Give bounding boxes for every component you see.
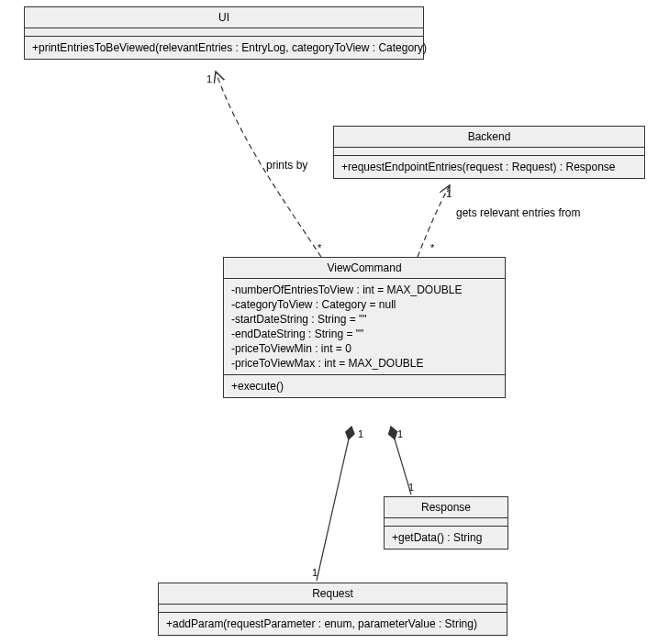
class-backend: Backend +requestEndpointEntries(request …	[333, 126, 645, 179]
mult-ui-one: 1	[206, 73, 212, 84]
class-methods: +requestEndpointEntries(request : Reques…	[334, 156, 644, 178]
mult-vc-star-ui: *	[318, 242, 321, 253]
label-prints-by: prints by	[266, 159, 307, 172]
class-title: ViewCommand	[224, 258, 505, 279]
method-line: +printEntriesToBeViewed(relevantEntries …	[32, 40, 416, 55]
mult-response-one: 1	[408, 482, 414, 493]
class-methods: +execute()	[224, 375, 505, 397]
class-methods: +printEntriesToBeViewed(relevantEntries …	[25, 37, 423, 59]
method-line: +requestEndpointEntries(request : Reques…	[341, 160, 637, 174]
label-gets-entries: gets relevant entries from	[456, 206, 580, 219]
class-request: Request +addParam(requestParameter : enu…	[158, 583, 507, 636]
attr-line: -numberOfEntriesToView : int = MAX_DOUBL…	[231, 283, 497, 297]
mult-request-one: 1	[312, 567, 318, 578]
mult-backend-one: 1	[446, 188, 452, 199]
mult-vc-request-one-top: 1	[358, 428, 363, 439]
attr-line: -startDateString : String = ""	[231, 312, 497, 327]
class-attrs: -numberOfEntriesToView : int = MAX_DOUBL…	[224, 279, 505, 375]
class-methods: +getData() : String	[385, 527, 507, 549]
attr-line: -priceToViewMin : int = 0	[231, 341, 497, 356]
mult-vc-response-one-top: 1	[397, 428, 403, 439]
method-line: +execute()	[231, 379, 497, 394]
class-response: Response +getData() : String	[384, 496, 508, 550]
class-attrs-empty	[25, 28, 423, 37]
class-attrs-empty	[385, 518, 507, 527]
class-title: UI	[25, 7, 423, 28]
mult-vc-star-backend: *	[430, 242, 434, 253]
attr-line: -endDateString : String = ""	[231, 327, 497, 341]
class-viewcommand: ViewCommand -numberOfEntriesToView : int…	[223, 257, 506, 398]
class-attrs-empty	[334, 148, 644, 156]
class-title: Backend	[334, 127, 644, 148]
class-title: Response	[385, 497, 507, 518]
method-line: +addParam(requestParameter : enum, param…	[166, 616, 499, 631]
class-attrs-empty	[159, 605, 507, 613]
attr-line: -categoryToView : Category = null	[231, 297, 497, 312]
class-ui: UI +printEntriesToBeViewed(relevantEntri…	[24, 6, 424, 60]
attr-line: -priceToViewMax : int = MAX_DOUBLE	[231, 356, 497, 371]
class-methods: +addParam(requestParameter : enum, param…	[159, 613, 507, 635]
class-title: Request	[159, 583, 507, 605]
method-line: +getData() : String	[392, 530, 500, 545]
